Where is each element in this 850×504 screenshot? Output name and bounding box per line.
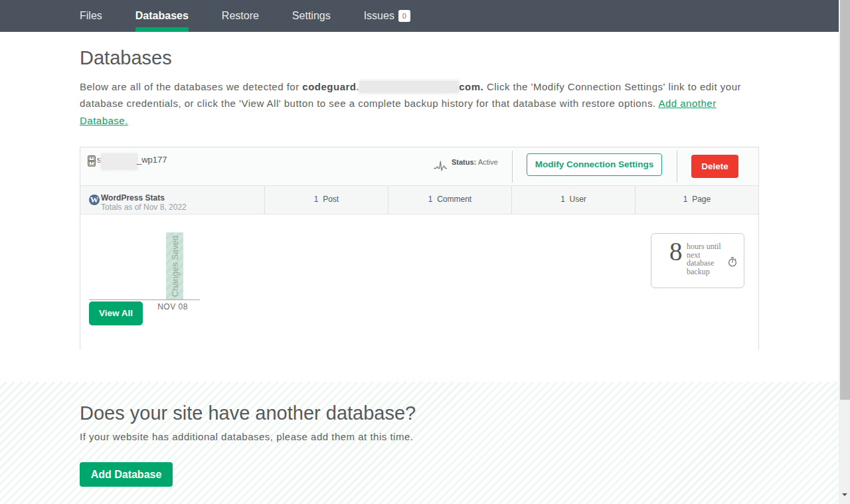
svg-text:W: W xyxy=(90,195,99,205)
